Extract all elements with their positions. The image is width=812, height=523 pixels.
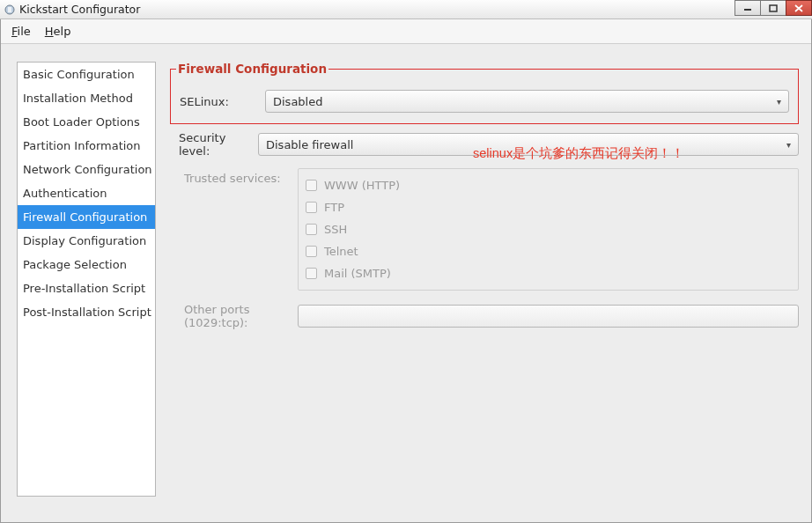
sidebar-item[interactable]: Network Configuration xyxy=(18,158,155,181)
service-item: Mail (SMTP) xyxy=(306,262,791,284)
security-label: Security level: xyxy=(170,131,258,158)
svg-rect-2 xyxy=(744,9,751,11)
chevron-down-icon: ▾ xyxy=(777,97,781,107)
service-label: SSH xyxy=(324,223,347,236)
main-panel: Firewall Configuration SELinux: Disabled… xyxy=(170,62,799,505)
minimize-button[interactable] xyxy=(734,0,761,16)
trusted-services-list: WWW (HTTP)FTPSSHTelnetMail (SMTP) xyxy=(298,168,799,291)
app-icon xyxy=(4,4,16,16)
service-checkbox[interactable] xyxy=(306,246,317,257)
security-select[interactable]: Disable firewall ▾ xyxy=(258,133,799,156)
service-checkbox[interactable] xyxy=(306,224,317,235)
other-ports-label: Other ports (1029:tcp): xyxy=(170,303,298,329)
close-button[interactable] xyxy=(786,0,812,16)
trusted-services-label: Trusted services: xyxy=(170,168,298,291)
service-item: SSH xyxy=(306,218,791,240)
security-row: Security level: Disable firewall ▾ xyxy=(170,131,799,158)
menu-bar: File Help xyxy=(1,19,811,44)
window-title: Kickstart Configurator xyxy=(19,3,140,16)
selinux-select[interactable]: Disabled ▾ xyxy=(265,90,789,113)
service-checkbox[interactable] xyxy=(306,268,317,279)
sidebar-item[interactable]: Firewall Configuration xyxy=(18,205,155,229)
window-body: File Help Basic ConfigurationInstallatio… xyxy=(0,19,812,523)
title-bar: Kickstart Configurator xyxy=(0,0,812,19)
sidebar-item[interactable]: Partition Information xyxy=(18,134,155,158)
service-item: FTP xyxy=(306,196,791,218)
sidebar-item[interactable]: Post-Installation Script xyxy=(18,300,155,324)
service-label: WWW (HTTP) xyxy=(324,179,400,192)
window-controls xyxy=(735,0,812,16)
service-item: WWW (HTTP) xyxy=(306,174,791,196)
selinux-label: SELinux: xyxy=(180,95,265,108)
sidebar-item[interactable]: Authentication xyxy=(18,181,155,205)
firewall-group: Firewall Configuration SELinux: Disabled… xyxy=(170,62,799,124)
content-area: Basic ConfigurationInstallation MethodBo… xyxy=(1,44,811,521)
maximize-button[interactable] xyxy=(760,0,786,16)
sidebar-item[interactable]: Pre-Installation Script xyxy=(18,276,155,300)
sidebar-list[interactable]: Basic ConfigurationInstallation MethodBo… xyxy=(17,62,156,497)
sidebar-item[interactable]: Display Configuration xyxy=(18,229,155,253)
panel-title: Firewall Configuration xyxy=(176,62,328,76)
security-value: Disable firewall xyxy=(266,138,353,151)
service-label: Telnet xyxy=(324,245,358,258)
selinux-row: SELinux: Disabled ▾ xyxy=(180,90,789,113)
sidebar-item[interactable]: Boot Loader Options xyxy=(18,110,155,134)
svg-rect-1 xyxy=(8,7,11,12)
menu-help[interactable]: Help xyxy=(40,23,77,40)
service-item: Telnet xyxy=(306,240,791,262)
trusted-services-row: Trusted services: WWW (HTTP)FTPSSHTelnet… xyxy=(170,168,799,291)
sidebar-item[interactable]: Installation Method xyxy=(18,86,155,110)
selinux-value: Disabled xyxy=(273,95,322,108)
service-checkbox[interactable] xyxy=(306,180,317,191)
other-ports-row: Other ports (1029:tcp): xyxy=(170,303,799,329)
service-label: FTP xyxy=(324,201,344,214)
menu-file[interactable]: File xyxy=(6,23,36,40)
service-label: Mail (SMTP) xyxy=(324,267,391,280)
svg-rect-3 xyxy=(770,5,777,11)
sidebar-item[interactable]: Basic Configuration xyxy=(18,63,155,86)
sidebar-item[interactable]: Package Selection xyxy=(18,253,155,276)
other-ports-input[interactable] xyxy=(298,305,799,328)
chevron-down-icon: ▾ xyxy=(786,140,791,150)
service-checkbox[interactable] xyxy=(306,202,317,213)
